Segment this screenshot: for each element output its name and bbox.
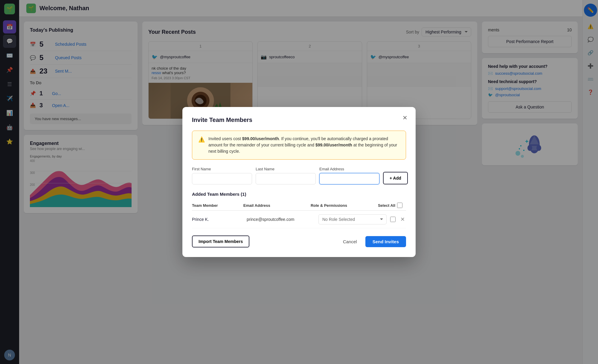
members-table-header: Team Member Email Address Role & Permiss… xyxy=(192,200,406,211)
add-member-button[interactable]: + Add xyxy=(383,172,408,184)
member-checkbox-0[interactable] xyxy=(390,217,396,222)
select-all-checkbox[interactable] xyxy=(397,203,402,208)
first-name-label: First Name xyxy=(192,167,252,171)
role-select-0[interactable]: No Role Selected Admin Editor Viewer xyxy=(318,214,387,224)
select-all-area: Select All xyxy=(378,203,402,208)
member-name-0: Prince K. xyxy=(192,217,243,222)
last-name-group: Last Name xyxy=(256,167,316,184)
invite-modal: Invite Team Members ✕ ⚠️ Invited users c… xyxy=(182,107,416,257)
last-name-label: Last Name xyxy=(256,167,316,171)
delete-member-button-0[interactable]: ✕ xyxy=(399,215,406,224)
member-row-0: Prince K. prince@sproutcoffee.com No Rol… xyxy=(192,211,406,228)
cancel-button[interactable]: Cancel xyxy=(338,236,362,247)
email-label: Email Address xyxy=(319,167,379,171)
import-team-button[interactable]: Import Team Members xyxy=(192,235,249,247)
first-name-input[interactable] xyxy=(192,173,252,184)
modal-overlay: Invite Team Members ✕ ⚠️ Invited users c… xyxy=(0,0,598,364)
invite-form-row: First Name Last Name Email Address + Add xyxy=(192,167,406,184)
email-input[interactable] xyxy=(319,173,379,184)
send-invites-button[interactable]: Send Invites xyxy=(365,236,406,247)
footer-right: Cancel Send Invites xyxy=(338,236,406,247)
first-name-group: First Name xyxy=(192,167,252,184)
last-name-input[interactable] xyxy=(256,173,316,184)
warning-banner: ⚠️ Invited users cost $99.00/user/month.… xyxy=(192,131,406,160)
col-email-header: Email Address xyxy=(243,203,307,208)
warning-text: Invited users cost $99.00/user/month. If… xyxy=(208,136,400,155)
modal-close-button[interactable]: ✕ xyxy=(400,113,410,123)
col-member-header: Team Member xyxy=(192,203,240,208)
member-email-0: prince@sproutcoffee.com xyxy=(247,217,315,222)
close-icon: ✕ xyxy=(402,114,408,121)
warning-icon: ⚠️ xyxy=(198,136,205,143)
email-group: Email Address xyxy=(319,167,379,184)
delete-icon: ✕ xyxy=(400,216,405,223)
select-all-label: Select All xyxy=(378,203,395,208)
added-members-section: Added Team Members (1) Team Member Email… xyxy=(192,192,406,228)
members-title: Added Team Members (1) xyxy=(192,192,406,197)
modal-title: Invite Team Members xyxy=(192,117,406,123)
col-role-header: Role & Permissions xyxy=(311,203,374,208)
modal-footer: Import Team Members Cancel Send Invites xyxy=(192,235,406,247)
